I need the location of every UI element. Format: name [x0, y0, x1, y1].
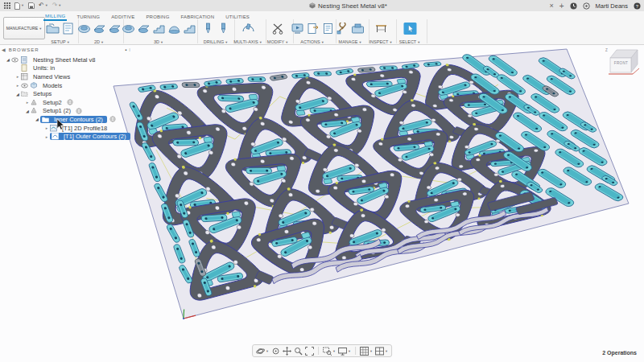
document-tab[interactable]: Nesting Sheet Metal v8*	[309, 0, 387, 11]
view-cube[interactable]: Z FRONT	[602, 45, 641, 80]
expand-arrow-icon[interactable]: ▸	[43, 134, 50, 139]
workspace-switcher-button[interactable]: MANUFACTURE ▼	[3, 17, 45, 39]
browser-node-models[interactable]: ▸Models	[2, 81, 130, 90]
wcs-globe-icon[interactable]	[109, 116, 116, 122]
browser-node-label[interactable]: Setups	[31, 90, 54, 97]
browser-node-inner-contours-2[interactable]: ◢Inner Contours (2)	[2, 115, 130, 124]
display-settings-tool[interactable]: ▼	[338, 347, 351, 356]
ribbon-group-icons	[395, 21, 424, 36]
viewports-tool[interactable]: ▼	[375, 347, 388, 356]
expand-arrow-icon[interactable]: ▸	[14, 74, 21, 79]
pocket3d-icon[interactable]	[137, 23, 151, 35]
browser-node-t1-2d-profile18[interactable]: ▸[T1] 2D Profile18	[2, 124, 130, 133]
adaptive-icon[interactable]	[122, 23, 135, 35]
browser-collapse-icon[interactable]: ◀	[2, 47, 6, 52]
browser-node-label[interactable]: Setup2	[40, 99, 64, 106]
setup-sheet-icon[interactable]	[321, 23, 335, 35]
collapse-arrow-icon[interactable]: ◢	[24, 109, 31, 113]
setup-icon	[31, 107, 38, 114]
view-cube-front-face[interactable]: FRONT	[610, 61, 632, 65]
expand-arrow-icon[interactable]: ▸	[43, 125, 50, 130]
browser-node-label[interactable]: Named Views	[31, 73, 72, 80]
pocket2d-icon[interactable]	[93, 23, 106, 35]
tab-probing[interactable]: PROBING	[144, 13, 171, 20]
tab-utilities[interactable]: UTILITIES	[224, 13, 251, 20]
user-account-menu[interactable]: Marti Deans	[596, 2, 628, 10]
file-menu-icon[interactable]: ▼	[14, 2, 24, 10]
browser-node-named-views[interactable]: ▸Named Views	[2, 72, 130, 81]
collapse-arrow-icon[interactable]: ◢	[14, 92, 21, 97]
measure-icon[interactable]	[374, 23, 388, 35]
browser-menu-icon[interactable]: ⁞	[129, 47, 130, 52]
views-icon	[21, 73, 28, 80]
wcs-globe-icon[interactable]	[76, 108, 82, 114]
zoom-window-tool[interactable]: ▼	[323, 347, 336, 356]
wcs-globe-icon[interactable]	[67, 99, 73, 105]
browser-node-label[interactable]: Nesting Sheet Metal v8	[31, 56, 98, 64]
expand-arrow-icon[interactable]: ▸	[24, 100, 31, 105]
pan-tool[interactable]	[283, 347, 291, 356]
face-icon[interactable]	[108, 23, 122, 35]
browser-node-nesting-sheet-metal-v8[interactable]: ◢Nesting Sheet Metal v8	[2, 56, 130, 64]
browser-node-label[interactable]: [T1] 2D Profile18	[60, 125, 109, 132]
browser-node-label[interactable]: Models	[40, 82, 64, 89]
browser-node-units-in[interactable]: Units: in	[2, 64, 130, 73]
ribbon-group-icons	[334, 21, 366, 36]
multiaxis-icon[interactable]	[242, 23, 255, 35]
select-icon[interactable]	[403, 23, 417, 35]
orbit-icon	[256, 347, 265, 356]
browser-node-t1-outer-contours-2[interactable]: ▸[T1] Outer Contours (2)	[2, 132, 130, 141]
drill-icon[interactable]	[201, 23, 215, 35]
tool-library-icon[interactable]	[336, 23, 349, 35]
ramp-icon[interactable]	[183, 23, 196, 35]
scallop-icon[interactable]	[167, 23, 181, 35]
bore-icon[interactable]	[217, 23, 230, 35]
navigation-bar: ▼▼▼▼▼	[252, 344, 392, 357]
browser-node-label[interactable]: Units: in	[31, 64, 57, 72]
setup-folder-icon[interactable]	[46, 23, 60, 35]
machine-library-icon[interactable]	[351, 23, 365, 35]
app-grid-icon[interactable]	[4, 2, 10, 9]
chevron-down-icon: ▼	[58, 4, 61, 7]
tab-milling[interactable]: MILLING	[43, 12, 67, 21]
save-icon[interactable]	[28, 2, 35, 9]
ribbon-group-icons	[368, 21, 394, 36]
document-cube-icon	[309, 2, 316, 9]
collapse-arrow-icon[interactable]: ◢	[34, 117, 40, 121]
browser-filter-icon[interactable]: ▪	[125, 47, 126, 52]
trim-icon[interactable]	[271, 23, 285, 35]
simulate-icon[interactable]	[291, 23, 304, 35]
redo-icon[interactable]: ↷▼	[52, 2, 62, 9]
browser-node-setup1-2[interactable]: ◢Setup1 (2)	[2, 107, 130, 116]
post-process-icon[interactable]	[306, 23, 320, 35]
svg-text:Z: Z	[605, 48, 608, 52]
browser-node-label[interactable]: [T1] Outer Contours (2)	[61, 133, 129, 140]
chevron-down-icon: ▼	[45, 4, 48, 7]
ribbon-group-icons	[200, 21, 232, 36]
gcode-icon[interactable]	[61, 23, 75, 35]
undo-icon[interactable]: ↶▼	[39, 2, 48, 9]
close-tab-button[interactable]: ×	[549, 2, 553, 10]
look-at-tool[interactable]	[271, 347, 280, 356]
zoom-tool[interactable]	[294, 347, 303, 356]
visibility-eye-icon[interactable]	[11, 57, 19, 63]
tab-turning[interactable]: TURNING	[75, 13, 101, 20]
ribbon-group-drilling: DRILLING▼	[200, 21, 232, 43]
browser-node-label[interactable]: Setup1 (2)	[40, 107, 73, 114]
expand-arrow-icon[interactable]: ▸	[14, 83, 21, 88]
orbit-tool[interactable]: ▼	[256, 347, 269, 356]
new-tab-button[interactable]: +	[559, 2, 564, 10]
ribbon-group-icons	[77, 21, 121, 36]
visibility-eye-icon[interactable]	[21, 83, 28, 88]
browser-node-setup2[interactable]: ▸Setup2	[2, 98, 130, 107]
grid-settings-tool[interactable]: ▼	[360, 347, 373, 356]
browser-node-setups[interactable]: ◢Setups	[2, 89, 130, 98]
contour2d-icon[interactable]	[77, 23, 91, 35]
collapse-arrow-icon[interactable]: ◢	[5, 57, 11, 62]
ribbon-group-icons	[45, 21, 76, 36]
parallel-icon[interactable]	[152, 23, 166, 35]
grid-settings-icon	[360, 347, 369, 356]
chevron-down-icon: ▼	[348, 349, 351, 353]
fit-tool[interactable]	[305, 347, 314, 356]
document-icon	[21, 56, 28, 64]
